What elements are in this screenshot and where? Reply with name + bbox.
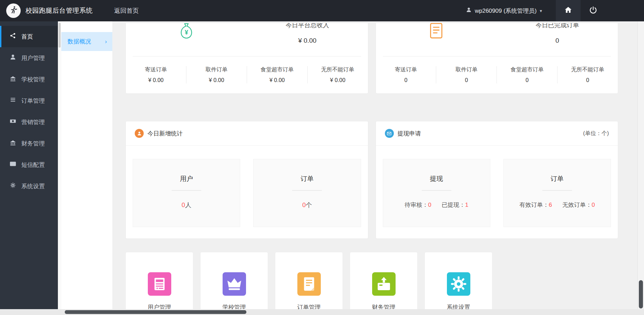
income-card-title: 今日平台总收入	[286, 23, 329, 29]
sidebar-item-label: 首页	[21, 33, 33, 41]
divider	[172, 190, 201, 191]
user-plus-circle-icon	[135, 129, 144, 138]
stats-row: 今日新增统计 用户 0人 订单 0个	[125, 121, 618, 239]
divider	[542, 190, 572, 191]
back-home-link[interactable]: 返回首页	[114, 7, 139, 15]
secondary-sidebar: 数据概况 ›	[61, 21, 112, 309]
withdrawn-count: 已提现：1	[442, 201, 468, 209]
unit-note: (单位：个)	[583, 130, 609, 137]
income-stat: 取件订单 ¥ 0.00	[186, 66, 247, 83]
today-orders-count: 0	[302, 202, 306, 209]
shortcut-schools[interactable]: 学校管理	[200, 252, 268, 309]
header-right: wp260909 (系统管理员) ▾	[466, 0, 644, 21]
today-stats-card: 今日新增统计 用户 0人 订单 0个	[125, 121, 368, 239]
sidebar-item-label: 营销管理	[21, 118, 45, 126]
horizontal-scrollbar[interactable]	[0, 309, 637, 315]
app-title: 校园跑腿后台管理系统	[25, 6, 93, 15]
overview-row: ¥ 今日平台总收入 ¥ 0.00 寄送订单 ¥ 0.00 取件订单 ¥ 0.00	[125, 23, 618, 94]
withdraw-card: 提现申请 (单位：个) 提现 待审核：0 已提现：1 订单 有效订单：6	[376, 121, 619, 239]
svg-text:¥: ¥	[185, 29, 188, 36]
user-icon	[10, 54, 16, 62]
gear-icon	[447, 272, 470, 296]
sidebar-item-users[interactable]: 用户管理	[0, 47, 58, 69]
envelope-icon	[10, 161, 16, 169]
submenu-item-label: 数据概况	[68, 38, 91, 45]
logout-button[interactable]	[581, 0, 605, 21]
withdraw-box: 提现 待审核：0 已提现：1	[383, 159, 490, 227]
shortcut-users[interactable]: 用户管理	[125, 252, 193, 309]
document-icon	[427, 23, 446, 40]
completed-stat: 食堂超市订单 0	[497, 66, 557, 83]
marketing-card-icon	[10, 118, 16, 126]
top-navbar: 校园跑腿后台管理系统 返回首页 wp260909 (系统管理员) ▾	[0, 0, 644, 21]
power-icon	[589, 6, 597, 16]
sidebar-item-label: 订单管理	[21, 97, 45, 105]
today-users-box: 用户 0人	[133, 159, 240, 227]
user-menu[interactable]: wp260909 (系统管理员) ▾	[466, 7, 542, 15]
pending-count: 待审核：0	[405, 201, 431, 209]
divider	[292, 190, 322, 191]
shortcut-orders[interactable]: 订单管理	[275, 252, 343, 309]
card-circle-icon	[385, 129, 394, 138]
sidebar-item-label: 财务管理	[21, 140, 45, 148]
completed-stat: 无所不能订单 0	[557, 66, 618, 83]
shortcut-finance[interactable]: 财务管理	[350, 252, 418, 309]
completed-stat: 寄送订单 0	[376, 66, 436, 83]
sidebar-item-home[interactable]: 首页	[0, 26, 58, 47]
income-stat: 寄送订单 ¥ 0.00	[126, 66, 186, 83]
runner-icon	[9, 5, 18, 16]
home-button[interactable]	[556, 0, 581, 21]
completed-stat: 取件订单 0	[436, 66, 497, 83]
form-icon	[148, 272, 171, 296]
sidebar-item-marketing[interactable]: 营销管理	[0, 111, 58, 133]
withdraw-orders-box: 订单 有效订单：6 无效订单：0	[503, 159, 611, 227]
scrollbar-corner	[637, 309, 644, 315]
sidebar-scrollbar[interactable]	[58, 21, 61, 309]
vertical-scrollbar[interactable]	[637, 21, 644, 309]
income-overview-card: ¥ 今日平台总收入 ¥ 0.00 寄送订单 ¥ 0.00 取件订单 ¥ 0.00	[125, 23, 368, 94]
bank-icon	[10, 75, 16, 83]
main-sidebar: 首页 用户管理 学校管理 订单管理 营销管理 财务管理 短信配置	[0, 21, 58, 309]
sidebar-item-orders[interactable]: 订单管理	[0, 90, 58, 111]
chevron-right-icon: ›	[105, 39, 107, 45]
shortcuts-row: 用户管理 学校管理 订单管理 财务管理	[125, 252, 618, 309]
cash-icon	[372, 272, 396, 296]
income-card-value: ¥ 0.00	[298, 37, 316, 44]
withdraw-title: 提现申请	[398, 130, 421, 138]
sidebar-item-label: 短信配置	[21, 161, 45, 169]
money-bag-icon: ¥	[177, 23, 196, 40]
crown-icon	[223, 272, 246, 296]
today-stats-title: 今日新增统计	[147, 130, 183, 138]
income-stat: 无所不能订单 ¥ 0.00	[307, 66, 368, 83]
horizontal-scrollbar-thumb[interactable]	[65, 310, 246, 314]
sidebar-item-label: 学校管理	[21, 75, 45, 83]
today-orders-box: 订单 0个	[253, 159, 361, 227]
valid-orders-count: 有效订单：6	[519, 201, 552, 209]
vertical-scrollbar-thumb[interactable]	[639, 280, 643, 308]
sidebar-item-schools[interactable]: 学校管理	[0, 69, 58, 90]
bank-icon	[10, 139, 16, 148]
document-icon	[297, 272, 321, 296]
list-icon	[10, 96, 16, 105]
completed-orders-card: 今日已完成订单 0 寄送订单 0 取件订单 0 食堂超市订单 0	[376, 23, 619, 94]
income-stat: 食堂超市订单 ¥ 0.00	[247, 66, 307, 83]
user-icon	[466, 7, 472, 14]
sidebar-item-label: 系统设置	[21, 182, 45, 190]
home-icon	[564, 6, 572, 16]
sidebar-scrollbar-thumb[interactable]	[59, 23, 61, 48]
divider	[422, 190, 451, 191]
sidebar-item-sms[interactable]: 短信配置	[0, 154, 58, 175]
sidebar-item-label: 用户管理	[21, 54, 45, 62]
completed-card-title: 今日已完成订单	[535, 23, 579, 29]
gear-icon	[10, 182, 16, 190]
sidebar-item-settings[interactable]: 系统设置	[0, 175, 58, 197]
completed-card-value: 0	[555, 37, 559, 44]
main-content: ¥ 今日平台总收入 ¥ 0.00 寄送订单 ¥ 0.00 取件订单 ¥ 0.00	[112, 21, 637, 309]
shortcut-settings[interactable]: 系统设置	[425, 252, 492, 309]
share-nodes-icon	[10, 32, 16, 41]
invalid-orders-count: 无效订单：0	[562, 201, 595, 209]
submenu-item-data-overview[interactable]: 数据概况 ›	[61, 32, 112, 51]
sidebar-item-finance[interactable]: 财务管理	[0, 133, 58, 154]
app-logo	[6, 3, 21, 18]
username: wp260909 (系统管理员)	[475, 7, 537, 15]
